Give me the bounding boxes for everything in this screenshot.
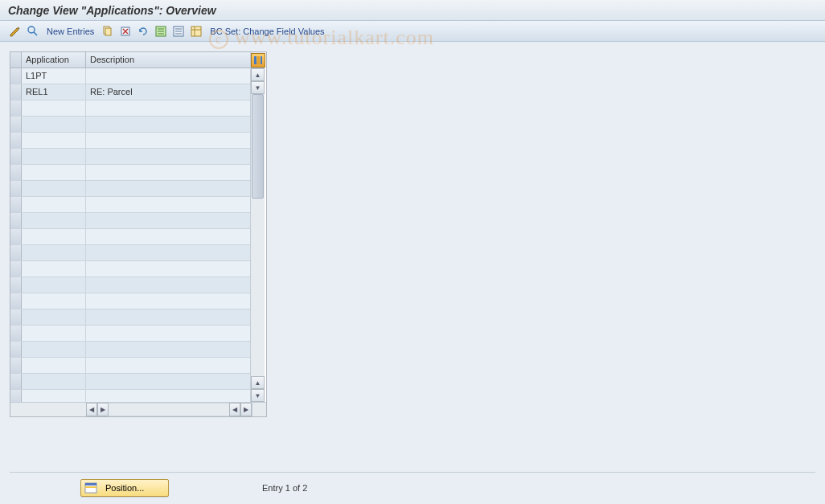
row-selector[interactable]: [10, 213, 22, 228]
row-selector[interactable]: [10, 261, 22, 277]
scroll-left-button-end[interactable]: ◀: [229, 403, 240, 416]
row-selector[interactable]: [10, 181, 22, 196]
row-selector[interactable]: [10, 149, 22, 164]
cell-application[interactable]: [22, 277, 86, 293]
row-selector[interactable]: [10, 358, 22, 373]
cell-application[interactable]: [22, 229, 86, 244]
cell-application[interactable]: [22, 181, 86, 196]
row-selector[interactable]: [10, 197, 22, 212]
table-row: [10, 229, 250, 245]
scroll-up-button-bottom[interactable]: ▲: [251, 376, 265, 389]
cell-description[interactable]: RE: Parcel: [86, 84, 250, 100]
row-selector[interactable]: [10, 84, 22, 100]
cell-application[interactable]: [22, 374, 86, 389]
row-selector[interactable]: [10, 390, 22, 402]
cell-description[interactable]: [86, 197, 250, 212]
select-all-icon[interactable]: [154, 24, 168, 39]
cell-application[interactable]: [22, 342, 86, 357]
scroll-track-horizontal[interactable]: [109, 403, 229, 416]
cell-description[interactable]: [86, 68, 250, 84]
cell-application[interactable]: [22, 197, 86, 212]
scroll-right-button-end[interactable]: ▶: [240, 403, 252, 416]
row-selector[interactable]: [10, 342, 22, 357]
row-selector[interactable]: [10, 68, 22, 84]
find-icon[interactable]: [26, 24, 40, 39]
cell-application[interactable]: [22, 293, 86, 309]
cell-description[interactable]: [86, 245, 250, 260]
row-selector[interactable]: [10, 309, 22, 325]
new-entries-button[interactable]: New Entries: [43, 27, 97, 36]
toggle-display-icon[interactable]: [8, 24, 23, 39]
cell-description[interactable]: [86, 326, 250, 341]
cell-description[interactable]: [86, 390, 250, 402]
cell-application[interactable]: [22, 165, 86, 180]
col-header-description[interactable]: Description: [86, 52, 250, 68]
col-header-application[interactable]: Application: [22, 52, 86, 68]
cell-description[interactable]: [86, 229, 250, 244]
cell-description[interactable]: [86, 181, 250, 196]
cell-application[interactable]: [22, 213, 86, 228]
cell-application[interactable]: [22, 326, 86, 341]
table-row: [10, 358, 250, 374]
cell-description[interactable]: [86, 117, 250, 132]
position-button[interactable]: Position...: [80, 479, 169, 497]
row-selector[interactable]: [10, 277, 22, 293]
row-selector[interactable]: [10, 374, 22, 389]
row-selector[interactable]: [10, 293, 22, 309]
cell-description[interactable]: [86, 100, 250, 116]
table-row: [10, 374, 250, 390]
scroll-track-vertical[interactable]: [251, 94, 265, 376]
table-row: [10, 181, 250, 197]
table-settings-icon[interactable]: [189, 24, 203, 39]
cell-application[interactable]: [22, 309, 86, 325]
scroll-left-button[interactable]: ◀: [86, 403, 97, 416]
scroll-up-button[interactable]: ▲: [251, 68, 265, 81]
bc-set-button[interactable]: BC Set: Change Field Values: [207, 27, 327, 36]
copy-icon[interactable]: [101, 24, 115, 39]
scroll-right-button[interactable]: ▶: [97, 403, 109, 416]
table-row: REL1RE: Parcel: [10, 84, 250, 100]
row-selector[interactable]: [10, 326, 22, 341]
undo-icon[interactable]: [136, 24, 150, 39]
table-row: [10, 326, 250, 342]
cell-description[interactable]: [86, 374, 250, 389]
cell-description[interactable]: [86, 277, 250, 293]
scroll-down-button[interactable]: ▼: [251, 81, 265, 94]
cell-application[interactable]: [22, 245, 86, 260]
scroll-down-button-bottom[interactable]: ▼: [251, 389, 265, 402]
delete-icon[interactable]: [118, 24, 133, 39]
cell-application[interactable]: [22, 358, 86, 373]
cell-description[interactable]: [86, 309, 250, 325]
cell-application[interactable]: [22, 117, 86, 132]
cell-application[interactable]: REL1: [22, 84, 86, 100]
cell-application[interactable]: L1PT: [22, 68, 86, 84]
configure-columns-icon[interactable]: [251, 53, 265, 68]
row-selector[interactable]: [10, 245, 22, 260]
row-selector[interactable]: [10, 165, 22, 180]
svg-rect-7: [254, 56, 257, 64]
row-selector[interactable]: [10, 133, 22, 148]
cell-application[interactable]: [22, 261, 86, 277]
row-selector[interactable]: [10, 229, 22, 244]
cell-description[interactable]: [86, 261, 250, 277]
table-row: [10, 197, 250, 213]
deselect-all-icon[interactable]: [171, 24, 186, 39]
select-all-rows[interactable]: [10, 52, 22, 68]
cell-application[interactable]: [22, 149, 86, 164]
row-selector[interactable]: [10, 117, 22, 132]
scroll-thumb-vertical[interactable]: [252, 94, 264, 199]
cell-application[interactable]: [22, 100, 86, 116]
cell-application[interactable]: [22, 133, 86, 148]
cell-description[interactable]: [86, 149, 250, 164]
cell-description[interactable]: [86, 358, 250, 373]
cell-description[interactable]: [86, 293, 250, 309]
cell-description[interactable]: [86, 213, 250, 228]
table-row: [10, 342, 250, 358]
cell-description[interactable]: [86, 342, 250, 357]
horizontal-scrollbar: ◀ ▶ ◀ ▶: [10, 402, 266, 416]
cell-application[interactable]: [22, 390, 86, 402]
table-row: [10, 261, 250, 277]
row-selector[interactable]: [10, 100, 22, 116]
cell-description[interactable]: [86, 165, 250, 180]
cell-description[interactable]: [86, 133, 250, 148]
